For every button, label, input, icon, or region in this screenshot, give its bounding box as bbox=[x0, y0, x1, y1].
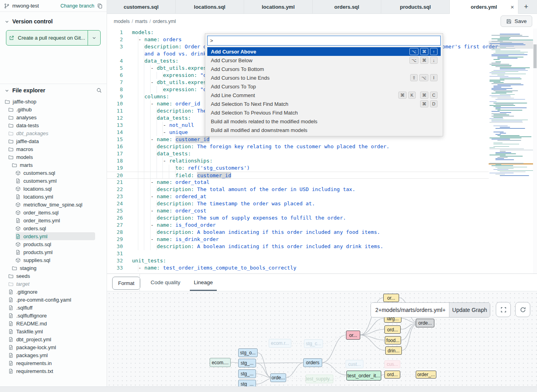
tree-item-.sqlfluff[interactable]: .sqlfluff bbox=[0, 304, 107, 312]
tree-item-order_items.yml[interactable]: order_items.yml bbox=[0, 216, 107, 224]
chevron-down-icon[interactable] bbox=[5, 88, 9, 93]
palette-item-Build all models related to the modified models[interactable]: Build all models related to the modified… bbox=[207, 117, 441, 126]
tree-item-README.md[interactable]: README.md bbox=[0, 319, 107, 327]
tree-item-orders.yml[interactable]: orders.yml bbox=[0, 232, 107, 240]
tree-item-products.yml[interactable]: products.yml bbox=[0, 248, 107, 256]
refresh-button[interactable] bbox=[515, 302, 530, 317]
change-branch-link[interactable]: Change branch bbox=[61, 3, 94, 9]
palette-item-Add Line Comment[interactable]: Add Line Comment⌘K⌘C bbox=[207, 91, 441, 99]
tree-item-requirements.txt[interactable]: requirements.txt bbox=[0, 367, 107, 375]
lineage-node-food...[interactable]: food... bbox=[385, 336, 401, 344]
lineage-node-stg_o...[interactable]: stg_o... bbox=[238, 348, 258, 357]
minimap[interactable] bbox=[489, 34, 533, 270]
tab-products.sql[interactable]: products.sql bbox=[381, 0, 450, 13]
update-graph-button[interactable]: Update Graph bbox=[449, 303, 490, 317]
tab-orders.sql[interactable]: orders.sql bbox=[313, 0, 381, 13]
lineage-node-cus...[interactable]: cus... bbox=[384, 360, 400, 368]
tree-item-packages.yml[interactable]: packages.yml bbox=[0, 351, 107, 359]
tree-item-.pre-commit-config.yaml[interactable]: .pre-commit-config.yaml bbox=[0, 296, 107, 304]
lineage-node-cust...[interactable]: cust... bbox=[346, 360, 363, 368]
tab-orders.yml[interactable]: orders.yml× bbox=[450, 0, 518, 14]
palette-item-Add Cursor Above[interactable]: Add Cursor Above⌥⌘↑ bbox=[207, 47, 441, 56]
tree-item-products.sql[interactable]: products.sql bbox=[0, 240, 107, 248]
horizontal-scrollbar[interactable] bbox=[0, 386, 537, 392]
version-control-header[interactable]: Version control bbox=[0, 12, 107, 27]
create-pr-button[interactable]: Create a pull request on Git... bbox=[6, 30, 101, 46]
line-number: 2 bbox=[107, 36, 123, 43]
tree-item-customers.yml[interactable]: customers.yml bbox=[0, 177, 107, 185]
lineage-node-ord...[interactable]: ord... bbox=[384, 371, 400, 379]
tree-item-seeds[interactable]: seeds bbox=[0, 272, 107, 280]
fullscreen-button[interactable] bbox=[496, 302, 511, 317]
lineage-node-stg_...[interactable]: stg_... bbox=[238, 380, 256, 386]
tree-item-customers.sql[interactable]: customers.sql bbox=[0, 169, 107, 177]
lineage-node-drin...[interactable]: drin... bbox=[385, 346, 402, 355]
tree-item-data-tests[interactable]: data-tests bbox=[0, 121, 107, 129]
close-icon[interactable]: × bbox=[510, 4, 514, 10]
tree-item-models[interactable]: models bbox=[0, 153, 107, 161]
lineage-node-orders[interactable]: orders bbox=[303, 358, 322, 367]
tree-item-locations.yml[interactable]: locations.yml bbox=[0, 193, 107, 201]
pr-dropdown-toggle[interactable] bbox=[88, 31, 100, 45]
tree-item-locations.sql[interactable]: locations.sql bbox=[0, 185, 107, 193]
tree-item-analyses[interactable]: analyses bbox=[0, 113, 107, 121]
tree-item-supplies.sql[interactable]: supplies.sql bbox=[0, 256, 107, 264]
tree-item-orders.sql[interactable]: orders.sql bbox=[0, 224, 107, 232]
lineage-node-or...[interactable]: or... bbox=[383, 294, 399, 302]
tab-customers.sql[interactable]: customers.sql bbox=[107, 0, 176, 13]
tree-item-dbt_project.yml[interactable]: dbt_project.yml bbox=[0, 335, 107, 343]
palette-item-Add Cursors To Top[interactable]: Add Cursors To Top bbox=[207, 82, 441, 91]
lineage-node-stg_c...[interactable]: stg_c... bbox=[304, 339, 323, 348]
panel-tab-Code quality[interactable]: Code quality bbox=[147, 274, 184, 291]
tree-item-package-lock.yml[interactable]: package-lock.yml bbox=[0, 343, 107, 351]
lineage-node-test_order_it...[interactable]: test_order_it... bbox=[346, 371, 381, 381]
tree-item-dbt_packages[interactable]: dbt_packages bbox=[0, 129, 107, 137]
tree-item-jaffle-data[interactable]: jaffle-data bbox=[0, 137, 107, 145]
tree-item-macros[interactable]: macros bbox=[0, 145, 107, 153]
key-chip: ⌥ bbox=[409, 57, 419, 64]
lineage-node-test_supply...[interactable]: test_supply... bbox=[306, 375, 333, 383]
lineage-node-or...[interactable]: or... bbox=[346, 331, 360, 340]
tree-item-order_items.sql[interactable]: order_items.sql bbox=[0, 208, 107, 216]
palette-item-Add Cursors To Bottom[interactable]: Add Cursors To Bottom bbox=[207, 65, 441, 73]
lineage-node-ord...[interactable]: ord... bbox=[384, 325, 401, 334]
palette-item-Build all modified and downstream models[interactable]: Build all modified and downstream models bbox=[207, 126, 441, 134]
tab-locations.yml[interactable]: locations.yml bbox=[244, 0, 313, 13]
lineage-node-ecom.r...[interactable]: ecom.r... bbox=[269, 339, 291, 348]
palette-item-Add Cursors to Line Ends[interactable]: Add Cursors to Line Ends⇧⌥I bbox=[207, 73, 441, 82]
palette-item-Add Selection To Previous Find Match[interactable]: Add Selection To Previous Find Match bbox=[207, 108, 441, 117]
tree-item-.github[interactable]: .github bbox=[0, 105, 107, 113]
search-icon[interactable] bbox=[96, 88, 102, 93]
tree-item-.sqlfluffignore[interactable]: .sqlfluffignore bbox=[0, 312, 107, 319]
tree-item-staging[interactable]: staging bbox=[0, 264, 107, 272]
lineage-node-orde...[interactable]: orde... bbox=[416, 319, 434, 327]
tab-locations.sql[interactable]: locations.sql bbox=[176, 0, 244, 13]
lineage-filter-input[interactable] bbox=[371, 303, 449, 317]
lineage-node-orde...[interactable]: orde... bbox=[270, 373, 286, 382]
file-explorer-header[interactable]: File explorer bbox=[0, 84, 107, 96]
tree-item-metricflow_time_spine.sql[interactable]: metricflow_time_spine.sql bbox=[0, 201, 107, 208]
lineage-node-ecom....[interactable]: ecom.... bbox=[210, 358, 231, 367]
copy-icon[interactable] bbox=[97, 3, 103, 9]
lineage-node-order_...[interactable]: order_... bbox=[416, 371, 436, 379]
tree-item-jaffle-shop[interactable]: jaffle-shop bbox=[0, 98, 107, 105]
lineage-node-stg_...[interactable]: stg_... bbox=[238, 359, 256, 367]
lineage-node-stg_...[interactable]: stg_... bbox=[238, 369, 256, 378]
minimap-line bbox=[491, 120, 528, 120]
format-button[interactable]: Format bbox=[112, 277, 140, 290]
command-palette-input[interactable] bbox=[207, 36, 441, 46]
tree-item-Taskfile.yml[interactable]: Taskfile.yml bbox=[0, 327, 107, 335]
panel-tab-Lineage[interactable]: Lineage bbox=[190, 274, 217, 291]
tree-item-requirements.in[interactable]: requirements.in bbox=[0, 359, 107, 367]
tree-item-.gitignore[interactable]: .gitignore bbox=[0, 288, 107, 296]
tree-item-target[interactable]: target bbox=[0, 280, 107, 288]
new-tab-button[interactable]: + bbox=[524, 2, 528, 11]
lineage-canvas[interactable]: or...ecom....ecom.r...stg_c...stg_o...st… bbox=[107, 291, 537, 386]
palette-item-Add Cursor Below[interactable]: Add Cursor Below⌥⌘↓ bbox=[207, 56, 441, 65]
palette-item-Add Selection To Next Find Match[interactable]: Add Selection To Next Find Match⌘D bbox=[207, 99, 441, 108]
chevron-down-icon[interactable] bbox=[5, 19, 9, 24]
minimap-line bbox=[493, 143, 503, 143]
tree-item-marts[interactable]: marts bbox=[0, 161, 107, 169]
editor-scrollbar[interactable] bbox=[533, 29, 537, 273]
save-button[interactable]: Save bbox=[501, 15, 532, 27]
